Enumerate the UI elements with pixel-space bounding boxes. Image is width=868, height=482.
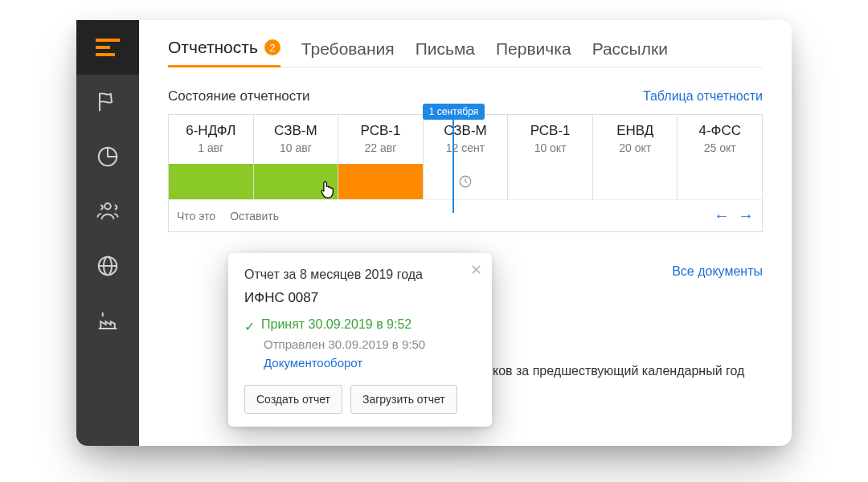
tab-label: Отчетность <box>168 38 258 57</box>
reporting-timeline: 1 сентября 6-НДФЛ1 авг СЗВ-М10 авг РСВ-1… <box>168 114 763 232</box>
timeline-cell[interactable]: СЗВ-М10 авг <box>253 115 338 164</box>
tab-label: Рассылки <box>592 39 668 59</box>
reports-table-link[interactable]: Таблица отчетности <box>643 89 763 104</box>
timeline-cell[interactable]: 6-НДФЛ1 авг <box>169 115 253 164</box>
check-icon: ✓ <box>244 319 255 334</box>
timeline-cell[interactable]: СЗВ-М12 сент <box>423 115 508 164</box>
people-icon <box>96 199 120 223</box>
sidebar-item-factory[interactable] <box>76 293 139 348</box>
close-icon[interactable]: ✕ <box>470 261 482 279</box>
status-accepted: Принят 30.09.2019 в 9:52 <box>261 317 411 332</box>
factory-icon <box>96 308 120 333</box>
status-pending[interactable] <box>424 164 508 199</box>
popup-org: ИФНС 0087 <box>244 290 476 306</box>
report-popup: ✕ Отчет за 8 месяцев 2019 года ИФНС 0087… <box>228 253 492 427</box>
sidebar-item-chart[interactable] <box>76 129 139 184</box>
status-empty[interactable] <box>508 164 592 199</box>
status-warn[interactable] <box>338 164 423 199</box>
logo-icon <box>96 39 120 56</box>
tab-primary[interactable]: Первичка <box>496 39 571 67</box>
clock-icon <box>458 174 473 189</box>
tab-letters[interactable]: Письма <box>416 39 475 67</box>
sidebar <box>76 20 139 446</box>
tab-label: Письма <box>416 39 475 59</box>
docflow-link[interactable]: Документооборот <box>264 356 362 370</box>
upload-report-button[interactable]: Загрузить отчет <box>350 385 457 414</box>
all-documents-link[interactable]: Все документы <box>672 259 763 284</box>
status-empty[interactable] <box>678 164 762 199</box>
status-sent: Отправлен 30.09.2019 в 9:50 <box>264 337 476 351</box>
tab-label: Требования <box>301 39 395 59</box>
tab-badge: 2 <box>264 39 280 55</box>
pie-chart-icon <box>96 145 120 169</box>
sidebar-item-people[interactable] <box>76 184 139 239</box>
timeline-cell[interactable]: ЕНВД20 окт <box>592 115 678 164</box>
status-done[interactable] <box>254 164 338 199</box>
tab-mailings[interactable]: Рассылки <box>592 39 668 67</box>
status-empty[interactable] <box>593 164 678 199</box>
timeline-cell[interactable]: 4-ФСС25 окт <box>677 115 762 164</box>
timeline-cell[interactable]: РСВ-110 окт <box>507 115 592 164</box>
timeline-next[interactable]: → <box>738 206 754 225</box>
svg-point-0 <box>104 203 111 210</box>
keep-link[interactable]: Оставить <box>230 210 279 223</box>
top-tabs: Отчетность 2 Требования Письма Первичка … <box>168 38 763 67</box>
what-is-this-link[interactable]: Что это <box>177 210 215 223</box>
tab-label: Первичка <box>496 39 571 59</box>
tab-requirements[interactable]: Требования <box>301 39 395 67</box>
sidebar-item-globe[interactable] <box>76 239 139 293</box>
tab-reports[interactable]: Отчетность 2 <box>168 38 280 67</box>
flag-icon <box>96 90 120 114</box>
globe-icon <box>96 254 120 278</box>
timeline-prev[interactable]: ← <box>714 206 730 225</box>
section-title: Состояние отчетности <box>168 88 310 104</box>
status-done[interactable] <box>169 164 253 199</box>
timeline-cell[interactable]: РСВ-122 авг <box>338 115 423 164</box>
popup-title: Отчет за 8 месяцев 2019 года <box>244 268 476 282</box>
sidebar-item-flag[interactable] <box>76 75 139 129</box>
sidebar-logo[interactable] <box>76 20 139 75</box>
create-report-button[interactable]: Создать отчет <box>244 385 342 414</box>
